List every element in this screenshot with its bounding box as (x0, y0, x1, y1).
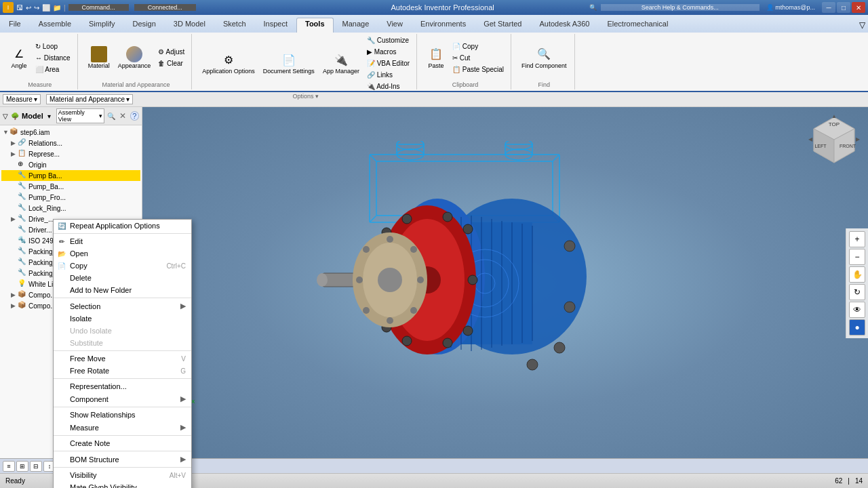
pan-btn[interactable]: ✋ (849, 266, 865, 283)
addins-btn[interactable]: 🔌 Add-Ins (364, 81, 412, 92)
ctx-open[interactable]: 📂 Open (54, 247, 191, 260)
ctx-mate-glyph[interactable]: Mate Glyph Visibility (54, 481, 191, 488)
tree-expand-drive[interactable]: ▶ (11, 216, 18, 222)
tree-item-pump-fro[interactable]: ▶ 🔧 Pump_Fro... (1, 192, 140, 203)
app-manager-btn[interactable]: 🔌 App Manager (319, 49, 363, 77)
ctx-representation[interactable]: Representation... (54, 380, 191, 392)
ctx-measure[interactable]: Measure ▶ (54, 421, 191, 434)
ribbon-expand[interactable]: ▽ (856, 18, 868, 33)
ctx-substitute[interactable]: Substitute (54, 337, 191, 349)
ctx-delete[interactable]: Delete (54, 272, 191, 284)
ctx-show-relationships[interactable]: Show Relationships (54, 409, 191, 421)
qa-command[interactable]: Command... (68, 4, 129, 11)
tab-environments[interactable]: Environments (412, 18, 475, 33)
viewport[interactable]: TOP LEFT FRONT ▲ ▶ ◀ + − ✋ ↻ 👁 ● X (142, 107, 868, 460)
tree-expand-step6[interactable]: ▼ (3, 129, 9, 136)
tab-file[interactable]: File (0, 18, 30, 33)
tree-item-pump-ba[interactable]: ▶ 🔧 Pump Ba... (1, 170, 140, 181)
qa-connected[interactable]: Connected... (134, 4, 196, 11)
adjust-btn[interactable]: ⚙ Adjust (155, 47, 187, 57)
tab-inspect[interactable]: Inspect (255, 18, 296, 33)
material-btn[interactable]: Material (85, 44, 113, 72)
tab-assemble[interactable]: Assemble (30, 18, 80, 33)
loop-btn[interactable]: ↻ Loop (33, 41, 73, 52)
clear-btn[interactable]: 🗑 Clear (155, 58, 187, 68)
customize-btn[interactable]: 🔧 Customize (364, 35, 412, 45)
ctx-free-move[interactable]: Free Move V (54, 352, 191, 365)
find-component-btn[interactable]: 🔍 Find Component (518, 44, 570, 72)
tree-expand-comp1[interactable]: ▶ (11, 291, 18, 298)
tree-expand-relations[interactable]: ▶ (11, 140, 18, 146)
macros-btn[interactable]: ▶ Macros (364, 47, 412, 57)
paste-btn[interactable]: 📋 Paste (424, 44, 448, 72)
distance-btn[interactable]: ↔ Distance (33, 53, 73, 63)
tab-a360[interactable]: Autodesk A360 (530, 18, 598, 33)
tree-expand-comp2[interactable]: ▶ (11, 302, 18, 309)
qa-new[interactable]: ⬜ (42, 4, 50, 12)
cut-btn[interactable]: ✂ Cut (450, 53, 507, 63)
tree-item-repres[interactable]: ▶ 📋 Represe... (1, 148, 140, 159)
tab-design[interactable]: Design (124, 18, 165, 33)
ctx-edit[interactable]: ✏ Edit (54, 235, 191, 247)
tree-item-lock-ring[interactable]: ▶ 🔧 Lock_Ring... (1, 203, 140, 214)
doc-settings-btn[interactable]: 📄 Document Settings (260, 49, 318, 77)
ctx-undo-isolate[interactable]: Undo Isolate (54, 325, 191, 337)
qa-undo[interactable]: ↩ (26, 4, 31, 12)
signin-user[interactable]: 👤 mthomas@p... (766, 4, 815, 11)
qa-open[interactable]: 📁 (53, 4, 61, 12)
ctx-selection[interactable]: Selection ▶ (54, 300, 191, 312)
tab-getstarted[interactable]: Get Started (475, 18, 530, 33)
tree-item-relations[interactable]: ▶ 🔗 Relations... (1, 138, 140, 148)
help-search[interactable]: Search Help & Commands... (601, 4, 760, 11)
vba-editor-btn[interactable]: 📝 VBA Editor (364, 58, 412, 68)
measure-angle-btn[interactable]: ∠ Angle (7, 44, 31, 72)
tab-nav-close[interactable]: ⊟ (30, 461, 42, 472)
close-button[interactable]: ✕ (852, 2, 865, 13)
measure-dropdown[interactable]: Measure ▾ (3, 94, 41, 104)
zoom-in-btn[interactable]: + (849, 231, 865, 247)
filter-icon[interactable]: ▽ (3, 113, 8, 120)
tab-manage[interactable]: Manage (334, 18, 378, 33)
tab-nav-grid[interactable]: ⊞ (16, 461, 28, 472)
tab-3dmodel[interactable]: 3D Model (165, 18, 214, 33)
panel-close-btn[interactable]: ✕ (118, 111, 127, 121)
tab-nav-list[interactable]: ≡ (3, 461, 15, 472)
tree-item-origin[interactable]: ▶ ⊕ Origin (1, 159, 140, 170)
tab-simplify[interactable]: Simplify (80, 18, 124, 33)
ctx-free-rotate[interactable]: Free Rotate G (54, 365, 191, 377)
ctx-component[interactable]: Component ▶ (54, 392, 191, 405)
tab-view[interactable]: View (378, 18, 412, 33)
maximize-button[interactable]: □ (837, 2, 850, 13)
appearance-side-btn[interactable]: ● (849, 319, 865, 336)
ctx-add-folder[interactable]: Add to New Folder (54, 284, 191, 296)
zoom-out-btn[interactable]: − (849, 249, 865, 265)
view-btn[interactable]: 👁 (849, 302, 865, 318)
view-cube[interactable]: TOP LEFT FRONT ▲ ▶ ◀ (807, 114, 861, 168)
appearance-btn[interactable]: Appearance (115, 44, 155, 72)
tab-tools[interactable]: Tools (296, 18, 334, 33)
area-btn[interactable]: ⬜ Area (33, 64, 73, 75)
tab-electromechanical[interactable]: Electromechanical (598, 18, 677, 33)
panel-dropdown[interactable]: ▾ (47, 113, 51, 120)
tree-item-step6[interactable]: ▼ 📦 step6.iam (1, 127, 140, 138)
ctx-repeat-app-options[interactable]: 🔄 Repeat Application Options (54, 220, 191, 232)
tree-item-pump-ba2[interactable]: ▶ 🔧 Pump_Ba... (1, 181, 140, 192)
panel-help-btn[interactable]: ? (130, 111, 139, 121)
ctx-create-note[interactable]: Create Note (54, 437, 191, 449)
ctx-visibility[interactable]: Visibility Alt+V (54, 469, 191, 481)
paste-special-btn[interactable]: 📋 Paste Special (450, 64, 507, 75)
assembly-view-dropdown[interactable]: Assembly View ▾ (56, 108, 104, 123)
ctx-copy[interactable]: 📄 Copy Ctrl+C (54, 260, 191, 272)
rotate-btn[interactable]: ↻ (849, 284, 865, 300)
tree-expand-repres[interactable]: ▶ (11, 150, 18, 157)
links-btn[interactable]: 🔗 Links (364, 70, 412, 80)
search-tree-icon[interactable]: 🔍 (107, 113, 115, 120)
tab-sketch[interactable]: Sketch (214, 18, 255, 33)
material-dropdown[interactable]: Material and Appearance ▾ (46, 94, 133, 104)
qa-save[interactable]: 🖫 (16, 4, 23, 12)
copy-btn[interactable]: 📄 Copy (450, 41, 507, 52)
ctx-isolate[interactable]: Isolate (54, 312, 191, 325)
minimize-button[interactable]: ─ (822, 2, 835, 13)
qa-redo[interactable]: ↪ (34, 4, 39, 12)
app-options-btn[interactable]: ⚙ Application Options (199, 49, 258, 77)
